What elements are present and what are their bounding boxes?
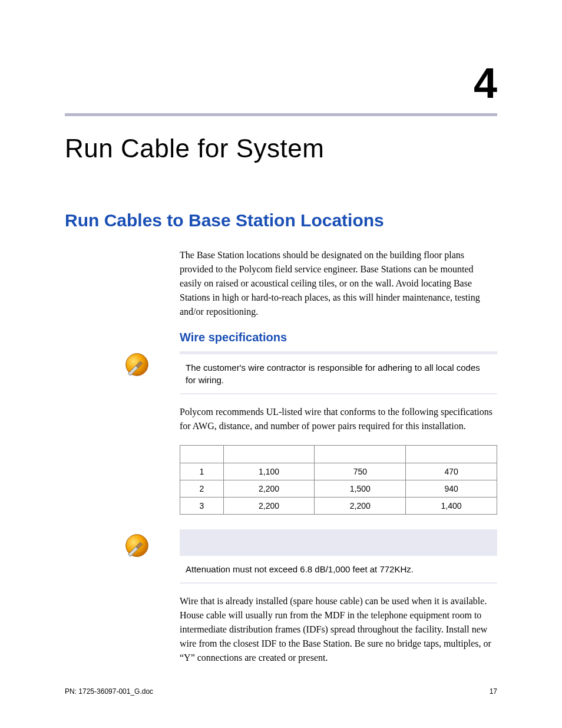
table-cell: 2,200: [223, 498, 315, 515]
chapter-number: 4: [65, 59, 497, 107]
table-header-row: [180, 446, 497, 463]
page-footer: PN: 1725-36097-001_G.doc 17: [65, 687, 497, 696]
note-row-2: Attenuation must not exceed 6.8 dB/1,000…: [65, 532, 497, 584]
table-cell: 1,100: [223, 463, 315, 480]
table-cell: 750: [315, 463, 406, 480]
chapter-rule: [65, 113, 497, 116]
table-row: 3 2,200 2,200 1,400: [180, 498, 497, 515]
table-header-cell: [406, 446, 497, 463]
table-cell: 1,500: [315, 480, 406, 498]
recommend-text: Polycom recommends UL-listed wire that c…: [180, 405, 497, 433]
table-cell: 2,200: [223, 480, 315, 498]
table-row: 1 1,100 750 470: [180, 463, 497, 480]
section-title: Run Cables to Base Station Locations: [65, 210, 497, 230]
table-cell: 940: [406, 480, 497, 498]
note-box-1: The customer's wire contractor is respon…: [180, 351, 497, 394]
table-cell: 2,200: [315, 498, 406, 515]
table-header-cell: [223, 446, 315, 463]
subsection-title: Wire specifications: [180, 331, 497, 344]
footer-page-number: 17: [490, 687, 497, 696]
table-cell: 3: [180, 498, 224, 515]
section-intro: The Base Station locations should be des…: [180, 248, 497, 319]
table-cell: 1,400: [406, 498, 497, 515]
wire-spec-table: 1 1,100 750 470 2 2,200 1,500 940 3 2,20…: [180, 445, 497, 515]
table-cell: 470: [406, 463, 497, 480]
table-header-cell: [180, 446, 224, 463]
pin-icon: [124, 532, 150, 559]
table-cell: 2: [180, 480, 224, 498]
table-header-cell: [315, 446, 406, 463]
ረ-icon: [124, 351, 150, 378]
chapter-title: Run Cable for System: [65, 134, 497, 163]
table-row: 2 2,200 1,500 940: [180, 480, 497, 498]
closing-text: Wire that is already installed (spare ho…: [180, 594, 497, 665]
note-box-2: Attenuation must not exceed 6.8 dB/1,000…: [180, 529, 497, 584]
note-row-1: The customer's wire contractor is respon…: [65, 351, 497, 394]
table-cell: 1: [180, 463, 224, 480]
footer-left: PN: 1725-36097-001_G.doc: [65, 687, 153, 696]
